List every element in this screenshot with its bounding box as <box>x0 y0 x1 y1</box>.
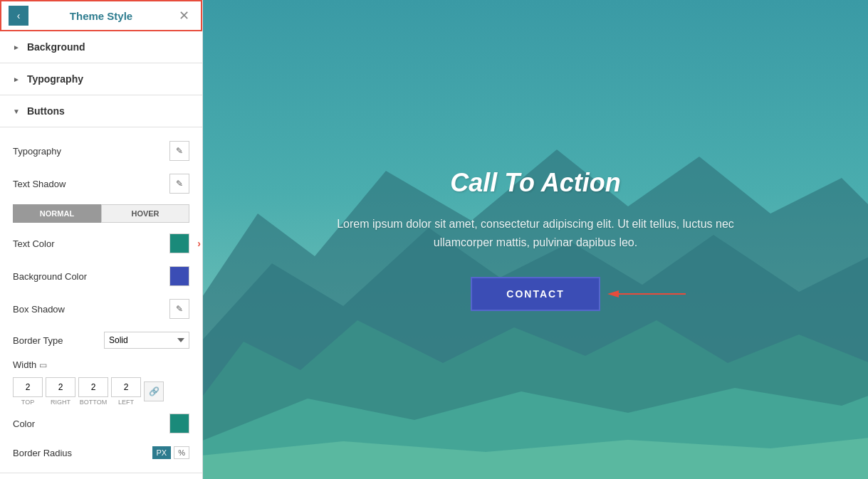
width-right-wrap: 2 RIGHT <box>46 377 75 406</box>
buttons-section-label: Buttons <box>27 105 65 117</box>
text-color-label: Text Color <box>13 238 55 249</box>
width-icon: ▭ <box>39 360 47 370</box>
typography-section-label: Typography <box>27 73 83 85</box>
typography-arrow-icon: ► <box>13 75 20 83</box>
top-sublabel: TOP <box>21 399 34 406</box>
width-left-input[interactable]: 2 <box>111 377 141 397</box>
typography-row: Typography ✎ <box>0 135 202 167</box>
box-shadow-row: Box Shadow ✎ <box>0 293 202 325</box>
typography-row-label: Typography <box>13 146 61 157</box>
contact-red-arrow <box>607 287 686 301</box>
buttons-section-content: Typography ✎ Text Shadow ✎ NORMAL HOVER … <box>0 127 202 473</box>
percent-button[interactable]: % <box>174 446 189 459</box>
contact-button[interactable]: CONTACT <box>471 277 600 311</box>
svg-marker-4 <box>607 290 619 298</box>
border-radius-label: Border Radius <box>13 448 72 458</box>
width-row: Width ▭ <box>0 355 202 374</box>
color-swatch[interactable] <box>169 414 189 433</box>
normal-hover-tabs: NORMAL HOVER <box>13 204 189 223</box>
hero-title: Call To Action <box>450 168 620 198</box>
tab-hover[interactable]: HOVER <box>101 204 189 223</box>
border-type-row: Border Type Solid Dashed Dotted Double N… <box>0 325 202 355</box>
hero-description: Lorem ipsum dolor sit amet, consectetur … <box>336 215 735 251</box>
box-shadow-label: Box Shadow <box>13 304 65 315</box>
contact-arrow <box>607 287 686 301</box>
bg-color-label: Background Color <box>13 271 87 282</box>
bg-color-row: Background Color <box>0 260 202 293</box>
width-bottom-wrap: 2 BOTTOM <box>78 377 108 406</box>
width-left-wrap: 2 LEFT <box>111 377 141 406</box>
buttons-section-header[interactable]: ▼ Buttons <box>0 95 202 127</box>
width-top-wrap: 2 TOP <box>13 377 43 406</box>
sidebar-header: ‹ Theme Style ✕ <box>0 0 202 31</box>
main-area: Call To Action Lorem ipsum dolor sit ame… <box>203 0 868 479</box>
link-dimensions-button[interactable]: 🔗 <box>144 381 164 401</box>
bottom-sublabel: BOTTOM <box>80 399 107 406</box>
bg-color-swatch[interactable] <box>169 266 189 286</box>
width-bottom-input[interactable]: 2 <box>78 377 108 397</box>
sidebar: ‹ Theme Style ✕ ► Background ► Typograph… <box>0 0 203 479</box>
text-shadow-edit-button[interactable]: ✎ <box>169 174 189 194</box>
text-shadow-label: Text Shadow <box>13 179 66 189</box>
typography-section-header[interactable]: ► Typography <box>0 63 202 95</box>
text-color-row: Text Color › <box>0 227 202 260</box>
px-button[interactable]: PX <box>152 446 172 459</box>
sidebar-title: Theme Style <box>28 10 174 22</box>
border-type-select[interactable]: Solid Dashed Dotted Double None <box>104 332 189 349</box>
contact-btn-wrapper: CONTACT <box>471 277 600 311</box>
background-arrow-icon: ► <box>13 43 20 51</box>
hero-content: Call To Action Lorem ipsum dolor sit ame… <box>203 0 868 479</box>
border-radius-row: Border Radius PX % <box>0 440 202 465</box>
left-sublabel: LEFT <box>118 399 134 406</box>
width-label: Width <box>13 359 36 370</box>
text-shadow-row: Text Shadow ✎ <box>0 167 202 200</box>
width-right-input[interactable]: 2 <box>46 377 75 397</box>
border-type-label: Border Type <box>13 335 63 346</box>
box-shadow-edit-button[interactable]: ✎ <box>169 299 189 319</box>
color-label: Color <box>13 419 35 429</box>
text-color-swatch[interactable] <box>169 233 189 253</box>
background-section-label: Background <box>27 41 85 53</box>
background-section-header[interactable]: ► Background <box>0 31 202 63</box>
tab-normal[interactable]: NORMAL <box>13 204 101 223</box>
width-top-input[interactable]: 2 <box>13 377 43 397</box>
back-button[interactable]: ‹ <box>9 6 28 26</box>
color-row: Color <box>0 407 202 440</box>
width-inputs-row: 2 TOP 2 RIGHT 2 BOTTOM 2 LEFT 🔗 <box>0 374 202 407</box>
buttons-arrow-icon: ▼ <box>13 107 20 115</box>
right-sublabel: RIGHT <box>51 399 70 406</box>
px-toggle: PX % <box>152 446 189 459</box>
typography-edit-button[interactable]: ✎ <box>169 141 189 161</box>
close-button[interactable]: ✕ <box>174 6 194 26</box>
